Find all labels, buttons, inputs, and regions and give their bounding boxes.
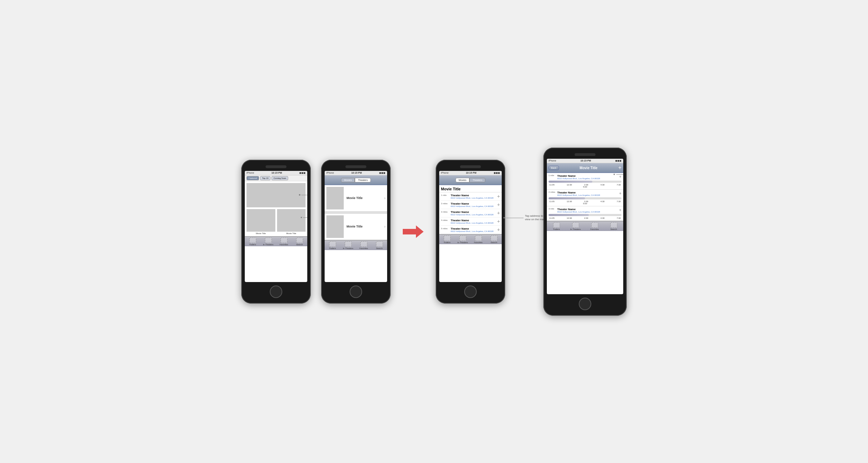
- phone4-home-btn[interactable]: [579, 298, 591, 310]
- time-3a[interactable]: 11:05: [549, 217, 554, 219]
- detail-plus-2[interactable]: +: [619, 191, 621, 196]
- phone1-home-btn[interactable]: [270, 286, 282, 298]
- top10-btn[interactable]: Top 10: [260, 176, 270, 180]
- time-3b[interactable]: 12:30: [567, 217, 572, 219]
- annotation-dot-features: [299, 194, 300, 196]
- phone4-detail-nav: Back Movie Title +: [547, 163, 623, 173]
- detail-name-1: Theater Name: [557, 174, 618, 177]
- tab-favorites-4[interactable]: Favorites: [585, 222, 604, 230]
- time-2e[interactable]: 7:30: [617, 200, 621, 202]
- phone4-movie-title: Movie Title: [579, 166, 598, 170]
- seg-theaters-3[interactable]: Theaters: [469, 178, 485, 182]
- seg-movies-2[interactable]: Movies: [341, 178, 355, 182]
- detail-info-3: Theater Name 6922 Hollywood Blvd., Los A…: [557, 208, 618, 213]
- phone2-segmented: Movies Theaters: [341, 178, 371, 182]
- time-2b[interactable]: 12:30: [567, 200, 572, 202]
- theater-row-4[interactable]: 4 miles Theater Name 6922 Hollywood Blvd…: [439, 217, 502, 226]
- theater-plus-1[interactable]: +: [497, 194, 500, 199]
- time-3c[interactable]: 2:30: [584, 217, 588, 219]
- add-favorite-btn[interactable]: +: [618, 165, 621, 171]
- phone4-speaker: [575, 153, 595, 156]
- theater-name-1: Theater Name: [451, 194, 497, 197]
- tab-intheaters-1[interactable]: In Theaters: [260, 238, 276, 246]
- theater-row-1[interactable]: 1 mile Theater Name 6922 Hollywood Blvd.…: [439, 192, 502, 201]
- tap-address-text: Tap address toview on the map: [525, 214, 545, 222]
- theater-plus-4[interactable]: +: [497, 219, 500, 224]
- time-1b[interactable]: 12:30: [567, 184, 572, 186]
- phone3-home-btn[interactable]: [464, 286, 477, 298]
- detail-theater-header-1: 1 mile Theater Name 6922 Hollywood Blvd.…: [549, 174, 621, 180]
- movie-row-2[interactable]: Movie Title ›: [325, 214, 387, 240]
- time-2a[interactable]: 11:05: [549, 200, 554, 202]
- showtime-slider-1[interactable]: [549, 181, 621, 183]
- time-1e[interactable]: 7:30: [617, 184, 621, 186]
- phone1-tab-bar: Trailers In Theaters Favorites Search: [245, 236, 307, 246]
- theater-info-2: Theater Name 6922 Hollywood Blvd., Los A…: [451, 202, 497, 207]
- phone1-wrapper: iPhone 10:15 PM ◼◼◼ Featured Top 10 Comi…: [241, 160, 311, 304]
- coming-soon-btn[interactable]: Coming Soon: [272, 176, 288, 180]
- tab-favorites-1[interactable]: Favorites: [276, 238, 292, 246]
- phone3-screen: iPhone 10:15 PM ◼◼◼ Movies Theaters Movi…: [439, 171, 502, 282]
- tab-trailers-2[interactable]: Trailers: [325, 241, 340, 249]
- tab-intheaters-4[interactable]: In Theaters: [566, 222, 585, 230]
- theater-addr-3[interactable]: 6922 Hollywood Blvd., Los Angeles, CA 90…: [451, 214, 497, 216]
- movie-title-1: Movie Title: [347, 196, 384, 200]
- favorites-icon-1: [281, 238, 287, 243]
- detail-addr-3[interactable]: 6922 Hollywood Blvd., Los Angeles, CA 90…: [557, 211, 618, 213]
- phone4-wrapper: iPhone 10:15 PM ◼◼◼ Back Movie Title + 1…: [543, 148, 627, 316]
- theater-row-5[interactable]: 5 miles Theater Name 6922 Hollywood Blvd…: [439, 226, 502, 234]
- theater-name-3: Theater Name: [451, 210, 497, 214]
- phone4-status-right: ◼◼◼: [615, 159, 621, 162]
- intheaters-label-1: In Theaters: [263, 243, 273, 246]
- tab-search-2[interactable]: Search: [372, 241, 387, 249]
- time-3e[interactable]: 7:30: [617, 217, 621, 219]
- showtime-slider-3[interactable]: [549, 214, 621, 216]
- tab-search-1[interactable]: Search: [292, 238, 307, 246]
- tab-search-4[interactable]: Search: [604, 222, 623, 230]
- tab-favorites-2[interactable]: Favorites: [356, 241, 372, 249]
- theater-plus-2[interactable]: +: [497, 202, 500, 207]
- wireframe-container: iPhone 10:15 PM ◼◼◼ Featured Top 10 Comi…: [241, 148, 627, 316]
- seg-movies-3[interactable]: Movies: [456, 178, 469, 182]
- theater-dist-1: 1 mile: [441, 194, 451, 196]
- tab-trailers-4[interactable]: Trailers: [547, 222, 566, 230]
- trailers-icon-3: [444, 235, 451, 241]
- time-1d[interactable]: 4:30: [600, 184, 604, 186]
- search-label-3: Search: [491, 241, 497, 243]
- theater-addr-2[interactable]: 6922 Hollywood Blvd., Los Angeles, CA 90…: [451, 205, 497, 207]
- detail-plus-3[interactable]: +: [619, 208, 621, 213]
- tab-trailers-3[interactable]: Trailers: [439, 235, 455, 243]
- back-button[interactable]: Back: [549, 166, 559, 170]
- detail-addr-1[interactable]: 6922 Hollywood Blvd., Los Angeles, CA 90…: [557, 177, 618, 180]
- favorites-icon-2: [360, 241, 367, 247]
- movie-row-1[interactable]: Movie Title ›: [325, 185, 387, 212]
- tab-intheaters-2[interactable]: In Theaters: [340, 241, 356, 249]
- seg-theaters-2[interactable]: Theaters: [355, 178, 371, 182]
- phone2-home-btn[interactable]: [350, 286, 362, 298]
- detail-dist-1: 1 mile: [549, 174, 556, 176]
- phone3-segmented: Movies Theaters: [456, 178, 485, 182]
- theater-plus-5[interactable]: +: [497, 227, 500, 232]
- showtime-slider-2[interactable]: [549, 197, 621, 199]
- time-2c[interactable]: 2:30: [584, 200, 588, 202]
- showtime-fill-1: [549, 181, 592, 183]
- time-3d[interactable]: 4:30: [600, 217, 604, 219]
- theater-plus-3[interactable]: +: [497, 210, 500, 215]
- featured-btn[interactable]: Featured: [247, 176, 259, 180]
- time-1a[interactable]: 11:05: [549, 184, 554, 186]
- phone2-tab-bar: Trailers In Theaters Favorites Search: [325, 240, 387, 250]
- tab-search-3[interactable]: Search: [486, 235, 502, 243]
- arrow-head: [416, 225, 424, 238]
- theater-addr-4[interactable]: 6922 Hollywood Blvd., Los Angeles, CA 90…: [451, 222, 497, 224]
- time-1c[interactable]: 2:30: [584, 184, 588, 186]
- tab-favorites-3[interactable]: Favorites: [470, 235, 486, 243]
- theater-row-3[interactable]: 3 miles Theater Name 6922 Hollywood Blvd…: [439, 209, 502, 217]
- tab-intheaters-3[interactable]: In Theaters: [455, 235, 470, 243]
- detail-addr-2[interactable]: 6922 Hollywood Blvd., Los Angeles, CA 90…: [557, 194, 618, 196]
- theater-addr-1[interactable]: 6922 Hollywood Blvd., Los Angeles, CA 90…: [451, 197, 497, 199]
- theater-row-2[interactable]: 2 miles Theater Name 6922 Hollywood Blvd…: [439, 201, 502, 209]
- time-2d[interactable]: 4:30: [600, 200, 604, 202]
- showtime-extra-2: 5:00: [549, 202, 621, 205]
- theater-addr-5[interactable]: 6922 Hollywood Blvd., Los Angeles, CA 90…: [451, 230, 497, 232]
- tab-trailers-1[interactable]: Trailers: [245, 238, 260, 246]
